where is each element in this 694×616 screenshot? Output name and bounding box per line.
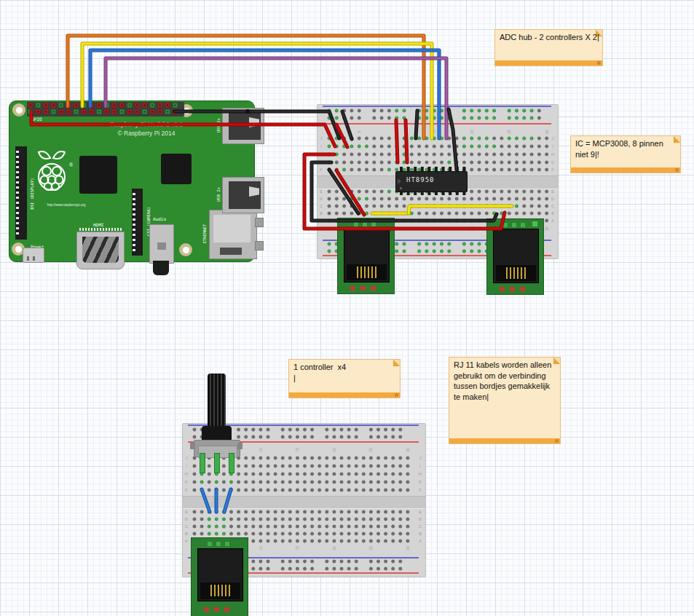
note-ic-mcp3008[interactable]: IC = MCP3008, 8 pinnen niet 9|! (570, 135, 681, 173)
rj11-jack (197, 548, 243, 601)
fritzing-canvas[interactable]: GPIO Raspberry Pi Model 2 v1.1 © Raspber… (0, 0, 694, 616)
ic-pin1-dot (400, 187, 402, 189)
potentiometer-leg (214, 453, 220, 473)
note-text[interactable]: IC = MCP3008, 8 pinnen niet 9|! (575, 138, 677, 167)
pi-title: Raspberry Pi Model 2 v1.1 (66, 121, 226, 128)
usb-controller-chip (161, 154, 192, 184)
note-adc-hub[interactable]: ADC hub - 2 controllers X 2| (494, 29, 603, 66)
ethernet-port (209, 210, 257, 259)
note-resize-grip[interactable] (395, 393, 398, 397)
note-text[interactable]: ADC hub - 2 controllers X 2| (500, 32, 599, 60)
audio-port (149, 224, 174, 264)
audio-label: Audio (153, 216, 166, 221)
note-text[interactable]: RJ 11 kabels worden alleen gebruikt om d… (454, 360, 557, 438)
usb-top-label: USB 2x (216, 118, 221, 133)
raspberry-logo-icon: ® (36, 148, 76, 202)
note-resize-grip[interactable] (675, 168, 679, 172)
dsi-connector (15, 146, 27, 240)
note-controller[interactable]: 1 controller x4 | (288, 359, 401, 398)
pi-website: http://www.raspberrypi.org (37, 203, 95, 207)
svg-text:®: ® (69, 162, 74, 167)
audio-jack (153, 261, 169, 275)
raspberry-pi-board[interactable]: GPIO Raspberry Pi Model 2 v1.1 © Raspber… (9, 100, 255, 262)
note-resize-grip[interactable] (555, 439, 559, 443)
ic-chip[interactable]: HT8950 (395, 171, 468, 192)
note-resize-grip[interactable] (597, 61, 601, 65)
csi-connector (132, 189, 143, 256)
rj11-jack (493, 229, 539, 283)
usb-bottom-label: USB 2x (216, 187, 221, 202)
gpio-label: GPIO (31, 117, 42, 122)
potentiometer[interactable] (189, 374, 240, 475)
potentiometer-shaft (208, 374, 226, 430)
ic-label: HT8950 (406, 176, 435, 183)
hdmi-port (76, 232, 125, 269)
power-connector (23, 248, 44, 263)
ethernet-label: ETHERNET (202, 224, 207, 244)
hdmi-label: HDMI (93, 222, 103, 227)
rj11-led-pad (532, 221, 537, 226)
breadboard-channel (183, 496, 425, 509)
note-strip (495, 60, 602, 66)
rj11-module-bottom[interactable] (191, 537, 248, 616)
rj11-module-left[interactable] (337, 218, 395, 294)
ethernet-tab (255, 241, 264, 250)
ethernet-tab (255, 218, 264, 227)
rj11-module-right[interactable] (486, 218, 544, 295)
mounting-hole (12, 103, 25, 117)
note-strip (571, 167, 680, 173)
hdmi-ridge (79, 228, 123, 231)
dsi-label: DSI (DISPLAY) (30, 178, 34, 209)
pi-copyright: © Raspberry Pi 2014 (66, 130, 226, 137)
usb-port-top (222, 108, 264, 144)
ic-notch (398, 178, 401, 184)
gpio-header[interactable] (27, 102, 184, 117)
mounting-hole (179, 243, 192, 256)
note-text[interactable]: 1 controller x4 | (293, 362, 397, 392)
rj11-jack (344, 228, 390, 283)
potentiometer-leg (229, 453, 234, 473)
potentiometer-leg (200, 453, 205, 473)
usb-port-bottom (222, 177, 264, 213)
soc-chip (79, 156, 117, 194)
note-rj11-kabels[interactable]: RJ 11 kabels worden alleen gebruikt om d… (449, 357, 561, 444)
note-strip (449, 438, 560, 443)
note-strip (289, 392, 400, 398)
